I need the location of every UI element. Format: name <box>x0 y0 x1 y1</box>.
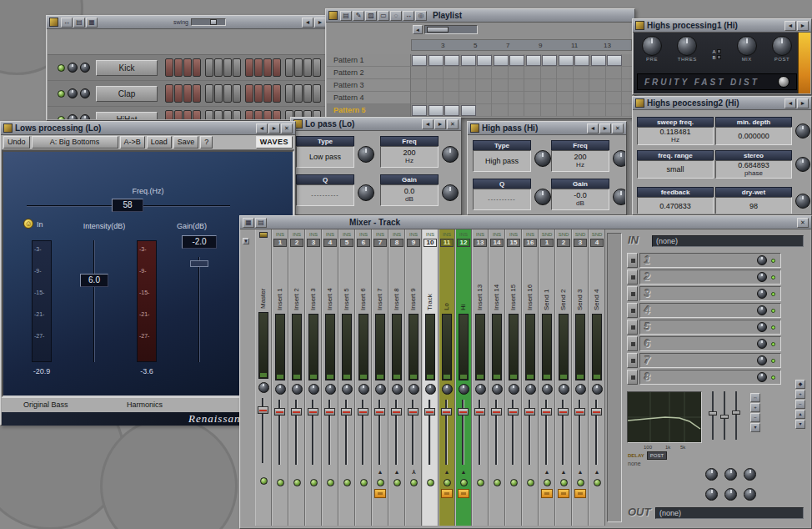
step-cell[interactable] <box>245 84 253 103</box>
step-cell[interactable] <box>165 84 173 103</box>
panel-add-button[interactable]: + <box>795 390 805 399</box>
panel-down-button[interactable]: ▾ <box>795 420 805 429</box>
track-led[interactable] <box>393 479 401 486</box>
slot-led[interactable] <box>771 275 775 280</box>
track-led[interactable] <box>343 479 351 486</box>
step-cell[interactable] <box>233 84 241 103</box>
track-volume-fader[interactable] <box>256 396 271 465</box>
channel-name-button[interactable]: Clap <box>96 86 158 102</box>
mixer-strip-lo[interactable]: INS11Lo▲ <box>439 229 455 526</box>
zoom-tool-icon[interactable]: ◎ <box>415 11 427 21</box>
mixer-strip-master[interactable]: Master <box>255 229 272 526</box>
intensity-handle[interactable]: 6.0 <box>80 274 108 287</box>
slot-mix-knob[interactable] <box>757 355 767 365</box>
send-arrow-icon[interactable]: ▲ <box>561 468 567 476</box>
mixer-strip-insert-2[interactable]: INS2Insert 2 <box>288 229 305 526</box>
effect-slot[interactable]: 1 <box>639 253 781 268</box>
channel-volume-knob[interactable] <box>80 88 90 98</box>
playlist-timeline[interactable]: 35791113 <box>411 39 632 51</box>
param-knob[interactable] <box>442 146 459 163</box>
fx-slot-badge[interactable] <box>541 489 553 498</box>
window-left-button[interactable]: ◄ <box>784 21 796 31</box>
effect-slot[interactable]: 3 <box>639 286 781 301</box>
slot-mix-knob[interactable] <box>757 339 767 349</box>
track-pan-knob[interactable] <box>258 382 269 393</box>
track-volume-fader[interactable] <box>589 398 604 466</box>
slot-select-button[interactable] <box>627 270 638 285</box>
step-cell[interactable] <box>313 58 321 77</box>
track-volume-fader[interactable] <box>556 398 571 466</box>
lows-titlebar[interactable]: Lows processing (Lo) ◄►✕ <box>1 122 295 135</box>
channel-pan-knob[interactable] <box>68 63 78 73</box>
send-arrow-icon[interactable]: ▲ <box>378 468 383 476</box>
slot-select-button[interactable] <box>627 286 638 301</box>
eq-menu-button[interactable]: ▾ <box>750 423 760 432</box>
mixer-strip-send-1[interactable]: SND1Send 1▲ <box>539 229 555 526</box>
param-knob[interactable] <box>442 184 459 201</box>
track-number-badge[interactable]: 4 <box>590 239 604 247</box>
param-value[interactable]: ---------- <box>296 184 354 206</box>
fader-handle[interactable] <box>458 408 469 416</box>
pattern-clip[interactable] <box>412 55 427 66</box>
slot-mix-knob[interactable] <box>757 255 767 265</box>
step-cell[interactable] <box>165 110 173 119</box>
slot-select-button[interactable] <box>627 253 638 268</box>
track-volume-fader[interactable] <box>523 398 538 466</box>
smiley-in-icon[interactable]: ☺ <box>23 219 33 229</box>
fx-slot-badge[interactable] <box>574 489 586 498</box>
step-cell[interactable] <box>193 58 201 77</box>
fader-handle[interactable] <box>558 408 569 416</box>
slot-led[interactable] <box>771 342 775 346</box>
track-led[interactable] <box>293 479 301 486</box>
fader-handle[interactable] <box>391 408 402 416</box>
step-cell[interactable] <box>303 58 312 77</box>
rack-knob[interactable] <box>744 488 756 501</box>
step-cell[interactable] <box>214 58 223 77</box>
pan-mode-icon[interactable]: ↔ <box>61 18 73 28</box>
track-volume-fader[interactable] <box>423 398 438 466</box>
playlist-grid[interactable] <box>411 54 632 117</box>
step-cell[interactable] <box>233 58 241 77</box>
fader-handle[interactable] <box>358 408 368 416</box>
step-cell[interactable] <box>183 84 192 103</box>
send-arrow-icon[interactable]: ▲ <box>394 468 400 476</box>
fader-handle[interactable] <box>491 408 502 416</box>
eq-swap-button[interactable]: ↔ <box>750 393 760 402</box>
mixer-menu-button[interactable]: ▼ <box>243 238 249 244</box>
mixer-strip-send-4[interactable]: SND4Send 4▲ <box>589 229 605 526</box>
swing-slider[interactable] <box>191 18 226 26</box>
track-number-badge[interactable]: 1 <box>540 239 554 247</box>
slot-select-button[interactable] <box>627 353 638 368</box>
close-button[interactable]: ✕ <box>281 123 293 134</box>
playlist-scrollbar[interactable] <box>424 25 478 34</box>
track-led[interactable] <box>410 479 418 486</box>
eq-graph[interactable] <box>627 391 702 443</box>
step-cell[interactable] <box>294 58 303 77</box>
fader-handle[interactable] <box>341 408 352 416</box>
thres-knob[interactable] <box>677 36 697 56</box>
step-cell[interactable] <box>193 110 201 119</box>
channel-name-button[interactable]: HiHat <box>96 112 158 120</box>
send-arrow-icon[interactable]: ▲ <box>578 468 584 476</box>
track-number-badge[interactable]: 8 <box>390 239 403 247</box>
mixer-strip-hi[interactable]: INS12Hi▲ <box>455 229 472 526</box>
step-cell[interactable] <box>273 58 281 77</box>
track-led[interactable] <box>427 479 434 486</box>
eq-band-fader[interactable] <box>732 391 740 440</box>
slot-select-button[interactable] <box>627 370 638 385</box>
step-cell[interactable] <box>254 58 263 77</box>
pattern-clip[interactable] <box>444 55 459 66</box>
step-cell[interactable] <box>263 110 272 119</box>
pattern-name[interactable]: Pattern 3 <box>327 79 411 92</box>
step-cell[interactable] <box>254 84 263 103</box>
track-number-badge[interactable]: 11 <box>440 239 454 247</box>
track-pan-knob[interactable] <box>459 384 469 395</box>
fader-handle[interactable] <box>541 408 552 416</box>
param-value[interactable]: ---------- <box>473 189 531 210</box>
track-led[interactable] <box>277 479 284 486</box>
send-arrow-icon[interactable]: ▲ <box>594 468 600 476</box>
slot-led[interactable] <box>771 292 775 296</box>
panel-up-button[interactable]: ▴ <box>795 410 805 419</box>
panel-remove-button[interactable]: − <box>795 400 805 409</box>
param-knob[interactable] <box>613 150 625 167</box>
